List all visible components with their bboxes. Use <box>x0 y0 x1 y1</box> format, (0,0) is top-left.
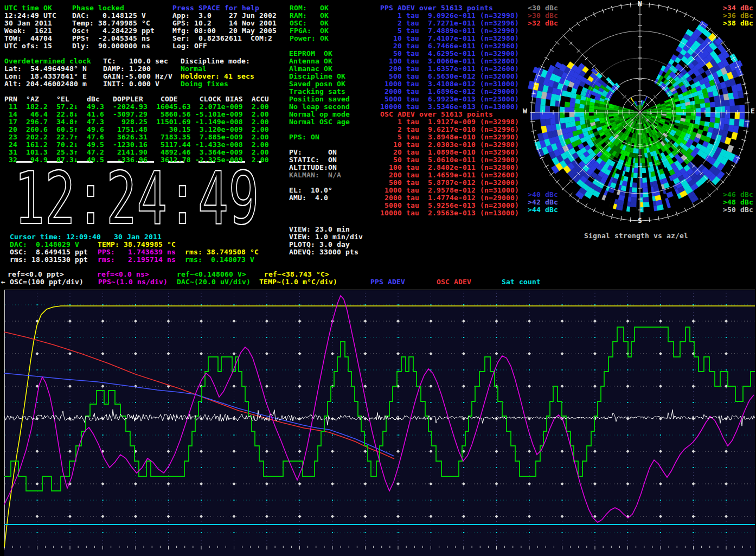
pps-mode: PPS: ON <box>289 133 319 141</box>
filter-block: PV: ON STATIC: ON ALTITUDE:ON <box>289 149 337 171</box>
pps-adev-rows: 1 tau 9.0926e-011 (n=32998) 2 tau 7.7271… <box>380 12 519 111</box>
ref-temp: ref~<38.743 °C> <box>264 271 329 278</box>
cursor-time: Cursor time: 12:09:40 30 Jan 2011 <box>10 233 162 241</box>
cursor-pps: PPS: 1.743639 ns <box>98 248 176 256</box>
cursor-osc: OSC: 8.649415 ppt <box>10 248 88 256</box>
legend-gt30: >30 dBc <box>528 12 558 20</box>
kalman-status: KALMAN: N/A <box>289 171 341 179</box>
legend-gt50: >50 dBc <box>723 206 753 214</box>
compass-w: W <box>523 107 527 115</box>
legend-gt36: >36 dBc <box>723 12 753 20</box>
discipline-mode-label: Discipline mode: <box>181 57 250 65</box>
scale-pps: PPS~(1.0 ns/div) <box>98 278 168 286</box>
position-block: Lat: 54.4964948° N Lon: 18.4337841° E Al… <box>4 65 87 88</box>
text-layer: UTC time OK12:24:49 UTC 30 Jan 2011 Week… <box>0 0 756 556</box>
cursor-temp: TEMP: 38.749985 °C <box>98 241 176 248</box>
hw-status: ROM: OK RAM: OK OSC: OK FPGA: OK Power: … <box>290 4 329 42</box>
legend-gt42: >42 dBc <box>528 199 558 206</box>
compass-n: N <box>638 0 642 8</box>
legend-gt34: >34 dBc <box>723 4 753 12</box>
holdover-status: Holdover: 41 secs <box>181 73 254 80</box>
cursor-dac: DAC: 0.148029 V <box>10 241 79 248</box>
utc-status-title: UTC time OK <box>4 4 52 12</box>
osc-adev-title: OSC ADEV over 51613 points <box>380 111 493 118</box>
phase-title: Phase locked <box>72 4 124 12</box>
lady-heather-screen: 12:24:49 UTC time OK12:24:49 UTC 30 Jan … <box>0 0 756 556</box>
phase-block: DAC: 0.148125 V Temp: 38.749985 °C Osc↑ … <box>72 12 155 50</box>
legend-gt38: >38 dBc <box>723 20 753 27</box>
ref-dac: ref~<0.148060 V> <box>177 271 246 278</box>
legend-gt48: >48 dBc <box>723 199 753 206</box>
compass-e: E <box>751 107 755 115</box>
cursor-rms-pps: rms: 2.195714 ns <box>98 256 176 264</box>
cursor-rms-dac: rms: 0.148073 V <box>185 256 254 264</box>
sat-table-header: PRN °AZ °EL dBc DOPPLER CODE CLOCK BIAS … <box>4 95 273 103</box>
scale-temp: TEMP~(1.0 m°C/div) <box>259 278 337 286</box>
utc-time-block: 12:24:49 UTC 30 Jan 2011 Week: 1621 TOW:… <box>4 12 56 50</box>
compass-s: S <box>638 217 642 225</box>
ref-osc: ref=<0.0 ppt> <box>8 271 64 278</box>
legend-gt32: >32 dBc <box>528 20 558 27</box>
pps-adev-title: PPS ADEV over 51613 points <box>380 4 493 12</box>
gps-status: EEPROM OK Antenna OK Almanac OK Discipli… <box>289 50 350 126</box>
scale-osc: ← OSC=(100 ppt/div) <box>1 278 84 286</box>
plot-legend-osc-adev: OSC ADEV <box>437 278 471 286</box>
osc-adev-rows: 1 tau 1.9127e-009 (n=32998) 2 tau 9.6217… <box>380 118 519 217</box>
polar-caption: Signal strength vs az/el <box>584 232 688 240</box>
odc-title: Overdetermined clock <box>4 57 91 65</box>
fixes-status: Doing fixes <box>181 80 228 88</box>
mask-block: EL: 10.0° AMU: 4.0 <box>289 187 332 202</box>
plot-legend-pps-adev: PPS ADEV <box>370 278 405 286</box>
sat-table-rows: 11 182.2 57.2↓ 49.3 -2024.93 16045.63 2.… <box>4 103 269 164</box>
cursor-rms-osc: rms: 18.031530 ppt <box>10 256 88 264</box>
help-title: Press SPACE for help <box>172 4 259 12</box>
legend-lt30: <30 dBc <box>528 4 558 12</box>
receiver-info: App: 3.0 27 Jun 2002 GPS: 10.2 14 Nov 20… <box>172 12 277 50</box>
legend-gt46: >46 dBc <box>723 191 753 199</box>
scale-dac: DAC~(20.0 uV/div) <box>177 278 251 286</box>
cursor-rms-temp: rms: 38.749508 °C <box>185 248 259 256</box>
legend-gt44: >44 dBc <box>528 206 558 214</box>
view-block: VIEW: 23.0 min VIEW: 1.0 min/div PLOTQ: … <box>289 226 363 256</box>
legend-gt40: >40 dBc <box>528 191 558 199</box>
plot-legend-sat-count: Sat count <box>502 278 541 286</box>
loop-params: TC: 100.0 sec DAMP: 1.200 GAIN:-5.000 Hz… <box>103 57 172 88</box>
discipline-mode-value: Normal <box>181 65 207 73</box>
ref-pps: ref=<0.0 ns> <box>97 271 149 278</box>
